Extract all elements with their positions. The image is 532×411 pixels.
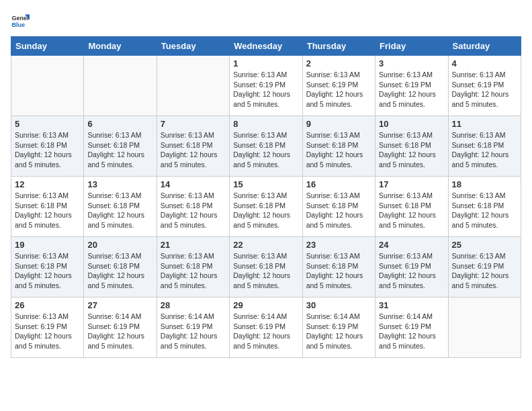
calendar-cell: 22Sunrise: 6:13 AMSunset: 6:18 PMDayligh… (230, 237, 302, 298)
calendar-week-row: 5Sunrise: 6:13 AMSunset: 6:18 PMDaylight… (11, 116, 521, 177)
day-number: 23 (306, 240, 371, 250)
svg-text:Blue: Blue (11, 21, 25, 28)
day-info: Sunrise: 6:13 AMSunset: 6:18 PMDaylight:… (161, 191, 226, 230)
day-info: Sunrise: 6:13 AMSunset: 6:18 PMDaylight:… (306, 130, 371, 170)
weekday-header: Monday (84, 37, 157, 56)
weekday-header: Saturday (448, 37, 521, 56)
day-info: Sunrise: 6:13 AMSunset: 6:19 PMDaylight:… (452, 70, 517, 109)
day-info: Sunrise: 6:14 AMSunset: 6:19 PMDaylight:… (306, 312, 371, 351)
day-number: 10 (379, 119, 444, 129)
calendar-cell: 6Sunrise: 6:13 AMSunset: 6:18 PMDaylight… (84, 116, 157, 177)
day-number: 22 (233, 240, 298, 250)
day-number: 28 (161, 300, 226, 310)
day-info: Sunrise: 6:13 AMSunset: 6:18 PMDaylight:… (161, 130, 226, 170)
day-number: 9 (306, 119, 371, 129)
day-info: Sunrise: 6:13 AMSunset: 6:18 PMDaylight:… (306, 251, 371, 291)
day-number: 3 (379, 58, 444, 68)
calendar-cell: 25Sunrise: 6:13 AMSunset: 6:19 PMDayligh… (448, 237, 521, 298)
calendar-week-row: 12Sunrise: 6:13 AMSunset: 6:18 PMDayligh… (11, 177, 521, 237)
day-number: 8 (233, 119, 298, 129)
calendar-cell: 28Sunrise: 6:14 AMSunset: 6:19 PMDayligh… (157, 298, 229, 358)
day-number: 21 (161, 240, 226, 250)
logo-icon: General Blue (11, 11, 30, 30)
day-info: Sunrise: 6:13 AMSunset: 6:18 PMDaylight:… (87, 130, 152, 170)
calendar-table: SundayMondayTuesdayWednesdayThursdayFrid… (11, 36, 521, 358)
day-info: Sunrise: 6:13 AMSunset: 6:18 PMDaylight:… (15, 130, 80, 170)
calendar-week-row: 26Sunrise: 6:13 AMSunset: 6:19 PMDayligh… (11, 298, 521, 358)
day-number: 11 (452, 119, 517, 129)
calendar-cell (84, 56, 157, 116)
day-number: 31 (379, 300, 444, 310)
calendar-cell: 11Sunrise: 6:13 AMSunset: 6:18 PMDayligh… (448, 116, 521, 177)
calendar-week-row: 1Sunrise: 6:13 AMSunset: 6:19 PMDaylight… (11, 56, 521, 116)
day-info: Sunrise: 6:13 AMSunset: 6:18 PMDaylight:… (452, 130, 517, 170)
day-info: Sunrise: 6:13 AMSunset: 6:19 PMDaylight:… (306, 70, 371, 109)
page-header: General Blue (11, 11, 521, 30)
day-number: 1 (233, 58, 298, 68)
day-number: 12 (15, 179, 80, 189)
day-info: Sunrise: 6:13 AMSunset: 6:18 PMDaylight:… (233, 251, 298, 291)
calendar-cell: 8Sunrise: 6:13 AMSunset: 6:18 PMDaylight… (230, 116, 302, 177)
day-info: Sunrise: 6:13 AMSunset: 6:19 PMDaylight:… (379, 70, 444, 109)
day-info: Sunrise: 6:13 AMSunset: 6:18 PMDaylight:… (233, 191, 298, 230)
day-info: Sunrise: 6:13 AMSunset: 6:19 PMDaylight:… (233, 70, 298, 109)
day-number: 24 (379, 240, 444, 250)
day-number: 25 (452, 240, 517, 250)
weekday-header: Sunday (11, 37, 84, 56)
calendar-cell: 21Sunrise: 6:13 AMSunset: 6:18 PMDayligh… (157, 237, 229, 298)
calendar-cell: 4Sunrise: 6:13 AMSunset: 6:19 PMDaylight… (448, 56, 521, 116)
calendar-cell: 2Sunrise: 6:13 AMSunset: 6:19 PMDaylight… (302, 56, 375, 116)
day-info: Sunrise: 6:13 AMSunset: 6:18 PMDaylight:… (15, 191, 80, 230)
day-number: 20 (87, 240, 152, 250)
logo: General Blue (11, 11, 30, 30)
day-number: 17 (379, 179, 444, 189)
calendar-cell: 24Sunrise: 6:13 AMSunset: 6:19 PMDayligh… (375, 237, 448, 298)
calendar-cell: 14Sunrise: 6:13 AMSunset: 6:18 PMDayligh… (157, 177, 229, 237)
day-info: Sunrise: 6:13 AMSunset: 6:19 PMDaylight:… (452, 251, 517, 291)
calendar-cell: 16Sunrise: 6:13 AMSunset: 6:18 PMDayligh… (302, 177, 375, 237)
day-info: Sunrise: 6:13 AMSunset: 6:19 PMDaylight:… (15, 312, 80, 351)
calendar-week-row: 19Sunrise: 6:13 AMSunset: 6:18 PMDayligh… (11, 237, 521, 298)
day-number: 16 (306, 179, 371, 189)
weekday-header: Friday (375, 37, 448, 56)
day-number: 13 (87, 179, 152, 189)
calendar-cell: 29Sunrise: 6:14 AMSunset: 6:19 PMDayligh… (230, 298, 302, 358)
day-number: 7 (161, 119, 226, 129)
calendar-cell: 15Sunrise: 6:13 AMSunset: 6:18 PMDayligh… (230, 177, 302, 237)
day-info: Sunrise: 6:13 AMSunset: 6:19 PMDaylight:… (379, 251, 444, 291)
day-info: Sunrise: 6:13 AMSunset: 6:18 PMDaylight:… (379, 130, 444, 170)
calendar-cell: 30Sunrise: 6:14 AMSunset: 6:19 PMDayligh… (302, 298, 375, 358)
day-info: Sunrise: 6:14 AMSunset: 6:19 PMDaylight:… (379, 312, 444, 351)
calendar-cell: 9Sunrise: 6:13 AMSunset: 6:18 PMDaylight… (302, 116, 375, 177)
day-number: 15 (233, 179, 298, 189)
calendar-cell: 1Sunrise: 6:13 AMSunset: 6:19 PMDaylight… (230, 56, 302, 116)
calendar-cell: 10Sunrise: 6:13 AMSunset: 6:18 PMDayligh… (375, 116, 448, 177)
calendar-cell: 31Sunrise: 6:14 AMSunset: 6:19 PMDayligh… (375, 298, 448, 358)
calendar-cell: 19Sunrise: 6:13 AMSunset: 6:18 PMDayligh… (11, 237, 84, 298)
calendar-cell: 26Sunrise: 6:13 AMSunset: 6:19 PMDayligh… (11, 298, 84, 358)
day-number: 19 (15, 240, 80, 250)
day-info: Sunrise: 6:13 AMSunset: 6:18 PMDaylight:… (161, 251, 226, 291)
day-info: Sunrise: 6:14 AMSunset: 6:19 PMDaylight:… (161, 312, 226, 351)
calendar-cell: 5Sunrise: 6:13 AMSunset: 6:18 PMDaylight… (11, 116, 84, 177)
day-info: Sunrise: 6:13 AMSunset: 6:18 PMDaylight:… (306, 191, 371, 230)
day-number: 30 (306, 300, 371, 310)
day-info: Sunrise: 6:13 AMSunset: 6:18 PMDaylight:… (233, 130, 298, 170)
day-info: Sunrise: 6:13 AMSunset: 6:18 PMDaylight:… (379, 191, 444, 230)
calendar-cell: 20Sunrise: 6:13 AMSunset: 6:18 PMDayligh… (84, 237, 157, 298)
calendar-cell: 13Sunrise: 6:13 AMSunset: 6:18 PMDayligh… (84, 177, 157, 237)
calendar-cell (157, 56, 229, 116)
day-number: 5 (15, 119, 80, 129)
day-info: Sunrise: 6:13 AMSunset: 6:18 PMDaylight:… (87, 251, 152, 291)
weekday-header: Tuesday (157, 37, 229, 56)
day-number: 18 (452, 179, 517, 189)
day-info: Sunrise: 6:14 AMSunset: 6:19 PMDaylight:… (87, 312, 152, 351)
day-info: Sunrise: 6:13 AMSunset: 6:18 PMDaylight:… (15, 251, 80, 291)
calendar-cell: 23Sunrise: 6:13 AMSunset: 6:18 PMDayligh… (302, 237, 375, 298)
calendar-cell: 17Sunrise: 6:13 AMSunset: 6:18 PMDayligh… (375, 177, 448, 237)
day-number: 26 (15, 300, 80, 310)
day-info: Sunrise: 6:14 AMSunset: 6:19 PMDaylight:… (233, 312, 298, 351)
day-info: Sunrise: 6:13 AMSunset: 6:18 PMDaylight:… (452, 191, 517, 230)
day-info: Sunrise: 6:13 AMSunset: 6:18 PMDaylight:… (87, 191, 152, 230)
day-number: 6 (87, 119, 152, 129)
